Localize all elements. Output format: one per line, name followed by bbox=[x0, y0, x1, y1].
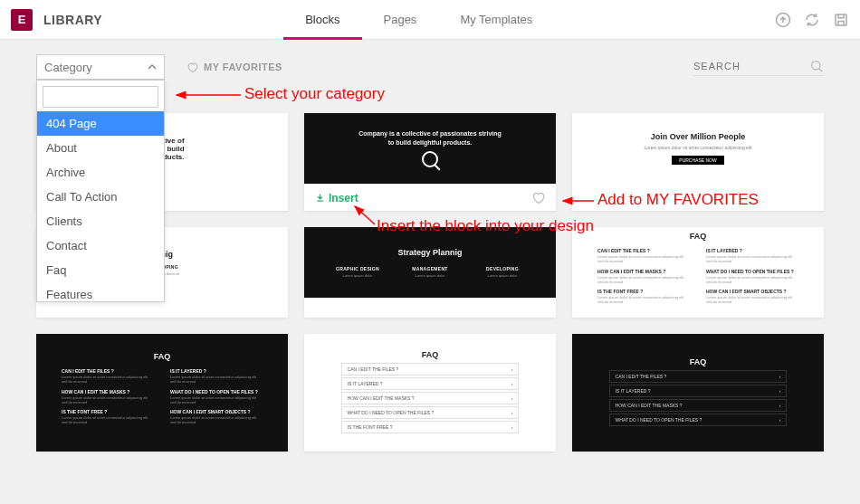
template-card[interactable]: FAQ CAN I EDIT THE FILES ?› IS IT LAYERE… bbox=[572, 334, 824, 452]
upload-icon[interactable] bbox=[775, 12, 791, 28]
category-option-about[interactable]: About bbox=[37, 136, 164, 160]
template-card[interactable]: FAQ CAN I EDIT THE FILES ?› IS IT LAYERE… bbox=[304, 334, 556, 452]
search-input[interactable] bbox=[693, 61, 802, 71]
chevron-up-icon bbox=[148, 62, 157, 71]
magnify-icon bbox=[422, 151, 438, 167]
template-card[interactable]: Strategy Plannig GRAPHIC DESIGNLorem ips… bbox=[304, 227, 556, 318]
save-icon[interactable] bbox=[833, 12, 849, 28]
category-option-archive[interactable]: Archive bbox=[37, 160, 164, 185]
template-card[interactable]: FAQ CAN I EDIT THE FILES ?Lorem ipsum do… bbox=[36, 334, 288, 452]
category-select-label: Category bbox=[44, 61, 92, 74]
search-wrap bbox=[693, 59, 824, 76]
heart-icon bbox=[186, 62, 198, 73]
template-card-hovered[interactable]: Company is a collective of passionates s… bbox=[304, 113, 556, 211]
category-filter-input[interactable] bbox=[43, 86, 158, 108]
library-title: LIBRARY bbox=[43, 13, 102, 27]
topbar: E LIBRARY Blocks Pages My Templates bbox=[0, 0, 860, 40]
category-option-cta[interactable]: Call To Action bbox=[37, 185, 164, 209]
category-option-faq[interactable]: Faq bbox=[37, 258, 164, 282]
template-card[interactable]: Join Over Million People Lorem ipsum dol… bbox=[572, 113, 824, 211]
category-option-clients[interactable]: Clients bbox=[37, 209, 164, 233]
favorite-button[interactable] bbox=[531, 191, 545, 204]
elementor-logo: E bbox=[11, 9, 33, 31]
category-option-features[interactable]: Features bbox=[37, 282, 164, 301]
top-icons bbox=[775, 12, 849, 28]
category-select[interactable]: Category bbox=[36, 54, 165, 80]
card-footer: Insert bbox=[304, 184, 556, 211]
svg-rect-1 bbox=[836, 14, 846, 25]
insert-button[interactable]: Insert bbox=[315, 192, 358, 204]
svg-point-2 bbox=[812, 61, 820, 69]
toolbar: Category MY FAVORITES bbox=[0, 40, 860, 80]
category-dropdown: 404 Page About Archive Call To Action Cl… bbox=[36, 80, 165, 302]
tabs: Blocks Pages My Templates bbox=[283, 0, 554, 40]
search-icon[interactable] bbox=[809, 59, 824, 73]
category-dropdown-list: 404 Page About Archive Call To Action Cl… bbox=[37, 111, 164, 301]
annotation-select-category: Select your category bbox=[244, 85, 385, 103]
category-option-contact[interactable]: Contact bbox=[37, 233, 164, 258]
tab-pages[interactable]: Pages bbox=[362, 0, 439, 40]
template-card[interactable]: FAQ CAN I EDIT THE FILES ?Lorem ipsum do… bbox=[572, 227, 824, 318]
category-option-404[interactable]: 404 Page bbox=[37, 111, 164, 136]
tab-my-templates[interactable]: My Templates bbox=[438, 0, 554, 40]
tab-blocks[interactable]: Blocks bbox=[283, 0, 361, 40]
sync-icon[interactable] bbox=[804, 12, 820, 28]
my-favorites-filter[interactable]: MY FAVORITES bbox=[186, 62, 282, 73]
download-icon bbox=[315, 193, 325, 203]
